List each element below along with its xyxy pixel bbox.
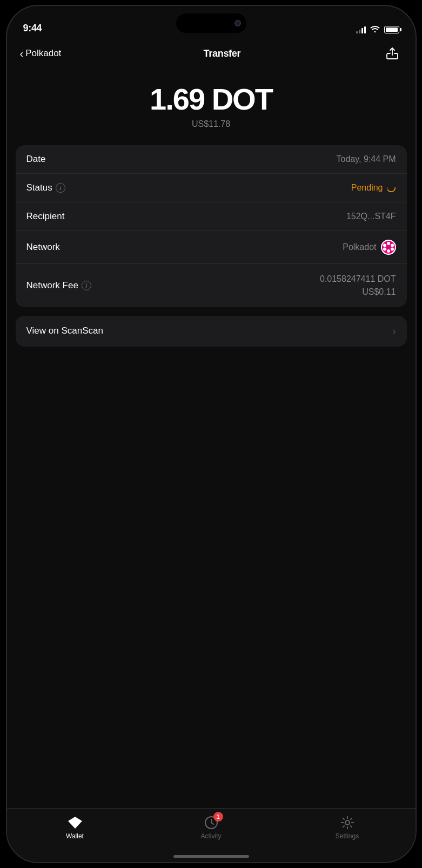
dynamic-island xyxy=(176,13,246,33)
wallet-tab-icon xyxy=(68,815,83,830)
page-title: Transfer xyxy=(204,48,241,59)
diamond-icon xyxy=(68,817,82,829)
date-value: Today, 9:44 PM xyxy=(337,154,396,164)
fee-info-button[interactable]: i xyxy=(82,281,91,290)
polkadot-network-icon xyxy=(381,240,396,255)
status-time: 9:44 xyxy=(23,23,42,34)
phone-frame: 9:44 ‹ Polkadot xyxy=(6,5,417,863)
svg-point-1 xyxy=(387,184,394,191)
svg-point-11 xyxy=(345,820,350,825)
fee-label: Network Fee i xyxy=(26,280,91,291)
date-row: Date Today, 9:44 PM xyxy=(16,145,407,174)
battery-icon xyxy=(384,26,399,33)
fee-value: 0.0158247411 DOT US$0.11 xyxy=(320,273,396,299)
svg-point-5 xyxy=(383,243,386,247)
fee-row: Network Fee i 0.0158247411 DOT US$0.11 xyxy=(16,264,407,307)
activity-badge: 1 xyxy=(213,812,223,822)
camera-dot xyxy=(235,20,241,26)
wifi-icon xyxy=(370,25,380,34)
tab-activity[interactable]: 1 Activity xyxy=(143,815,279,840)
tab-wallet[interactable]: Wallet xyxy=(7,815,143,840)
status-label: Status i xyxy=(26,182,65,193)
status-value: Pending xyxy=(351,183,396,193)
amount-section: 1.69 DOT US$11.78 xyxy=(7,72,416,145)
back-button[interactable]: ‹ Polkadot xyxy=(20,48,62,59)
back-chevron-icon: ‹ xyxy=(20,48,24,59)
signal-icon xyxy=(356,26,366,33)
chevron-right-icon: › xyxy=(393,326,396,337)
share-icon xyxy=(386,47,399,60)
recipient-label: Recipient xyxy=(26,211,65,222)
status-row: Status i Pending xyxy=(16,174,407,202)
date-label: Date xyxy=(26,154,46,165)
home-indicator xyxy=(173,855,249,858)
network-value: Polkadot xyxy=(343,240,396,255)
nav-header: ‹ Polkadot Transfer xyxy=(7,38,416,72)
status-icons xyxy=(356,25,399,34)
recipient-row: Recipient 152Q...ST4F xyxy=(16,202,407,231)
settings-tab-icon xyxy=(340,815,355,830)
back-label: Polkadot xyxy=(25,48,61,59)
pending-spinner-icon xyxy=(386,183,396,193)
status-info-button[interactable]: i xyxy=(56,183,65,193)
wallet-tab-label: Wallet xyxy=(66,832,84,840)
svg-marker-9 xyxy=(68,817,82,829)
svg-point-6 xyxy=(391,243,394,247)
amount-primary: 1.69 DOT xyxy=(7,83,416,116)
svg-point-7 xyxy=(383,247,386,250)
share-button[interactable] xyxy=(383,44,402,63)
svg-point-4 xyxy=(387,249,390,253)
svg-point-8 xyxy=(391,247,394,250)
details-card: Date Today, 9:44 PM Status i Pending R xyxy=(16,145,407,307)
activity-tab-icon: 1 xyxy=(204,815,219,830)
tab-bar: Wallet 1 Activity Settings xyxy=(7,808,416,862)
amount-secondary: US$11.78 xyxy=(7,119,416,129)
activity-tab-label: Activity xyxy=(200,832,221,840)
tab-settings[interactable]: Settings xyxy=(279,815,416,840)
recipient-value: 152Q...ST4F xyxy=(346,212,396,221)
view-on-scanscan-label: View on ScanScan xyxy=(26,326,103,336)
network-label: Network xyxy=(26,242,60,253)
view-on-scanscan-button[interactable]: View on ScanScan › xyxy=(16,316,407,347)
network-row: Network Polkadot xyxy=(16,231,407,264)
settings-tab-label: Settings xyxy=(336,832,359,840)
svg-point-3 xyxy=(387,242,390,245)
